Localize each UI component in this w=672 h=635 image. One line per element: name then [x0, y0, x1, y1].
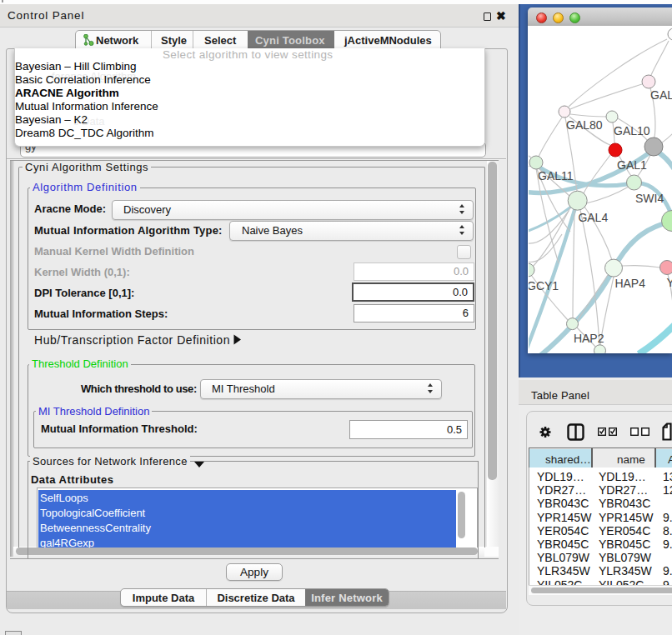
- svg-text:GAL80: GAL80: [566, 118, 603, 132]
- svg-text:GAL4: GAL4: [578, 211, 608, 224]
- svg-text:GAL2: GAL2: [650, 88, 672, 102]
- svg-text:GAL10: GAL10: [614, 124, 650, 138]
- svg-text:Y: Y: [666, 276, 672, 289]
- svg-text:SWI4: SWI4: [635, 192, 664, 205]
- svg-text:HAP4: HAP4: [614, 277, 645, 290]
- svg-text:HAP2: HAP2: [574, 332, 604, 345]
- svg-text:GAL11: GAL11: [538, 169, 574, 182]
- svg-text:GCY1: GCY1: [529, 279, 559, 292]
- svg-text:GAL1: GAL1: [617, 158, 647, 172]
